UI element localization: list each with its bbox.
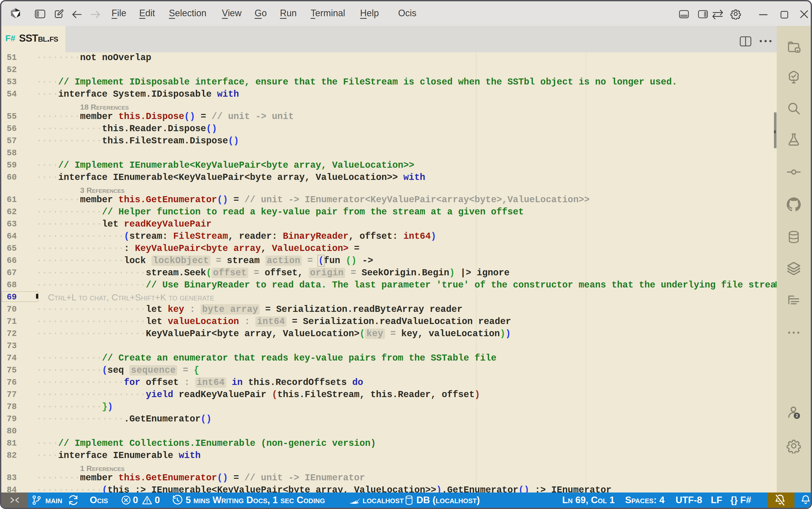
svg-text:2: 2 [796, 413, 798, 418]
